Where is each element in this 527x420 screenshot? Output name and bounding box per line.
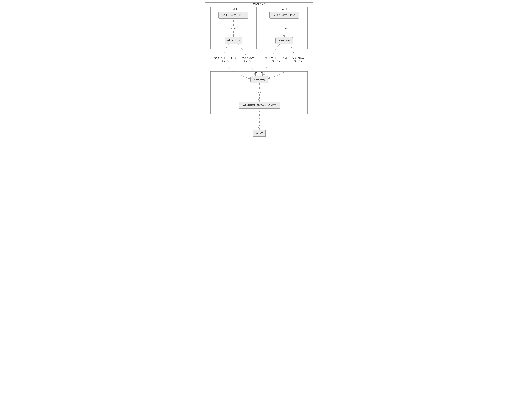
node-pod-b-microservice-label: マイクロサービス [273,13,296,16]
cluster-pod-b-title: Pod B [280,8,288,11]
cluster-pod-a-title: Pod A [230,8,237,11]
edge-a-proxy-to-c-proxy-ms-label-l1: マイクロサービス [214,56,237,60]
edge-b-proxy-to-c-proxy-istio-label-l1: istio-proxy [292,56,304,60]
diagram: AWS EKS Pod A Pod B Pod C マイクロサービス istio… [176,0,351,140]
node-xray-label: X-ray [256,131,263,134]
cluster-aws-eks-title: AWS EKS [253,3,265,6]
cluster-pod-c-title: Pod C [255,72,263,75]
node-pod-b-istio-proxy-label: istio-proxy [278,39,291,42]
edge-a-proxy-to-c-proxy-ms-label-l2: スパン [221,60,230,63]
edge-c-proxy-to-collector-label: スパン [255,90,264,93]
node-pod-c-istio-proxy-label: istio-proxy [253,78,265,81]
edge-b-proxy-to-c-proxy-ms-label-l2: スパン [272,60,280,63]
node-opentelemetry-collector-label: OpenTelemetryコレクター [243,103,276,106]
edge-a-proxy-to-c-proxy-istio-label-l2: スパン [243,60,252,63]
edge-b-proxy-to-c-proxy-istio-label-l2: スパン [294,60,302,63]
node-pod-a-istio-proxy-label: istio-proxy [227,39,240,42]
edge-a-ms-to-a-proxy-label: スパン [229,26,238,29]
edge-b-proxy-to-c-proxy-ms-label-l1: マイクロサービス [265,56,287,60]
node-pod-a-microservice-label: マイクロサービス [222,13,245,16]
edge-a-proxy-to-c-proxy-istio-label-l1: istio-proxy [241,56,254,60]
edge-b-ms-to-b-proxy-label: スパン [280,26,288,29]
